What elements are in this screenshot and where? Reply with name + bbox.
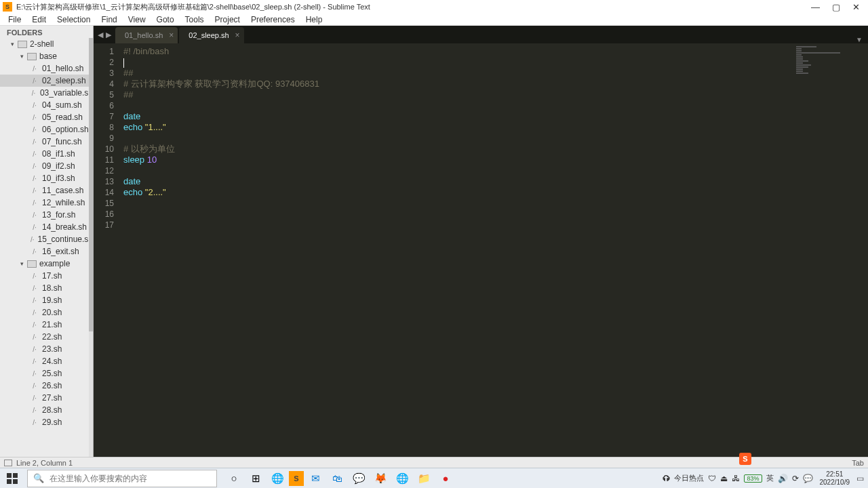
file-29.sh[interactable]: 29.sh [0, 416, 93, 428]
app-store-icon[interactable]: 🛍 [327, 469, 347, 488]
file-13_for.sh[interactable]: 13_for.sh [0, 209, 93, 221]
disclosure-arrow-icon[interactable]: ▾ [20, 260, 27, 267]
sidebar-scrollbar[interactable] [89, 38, 93, 457]
minimap[interactable] [793, 43, 868, 457]
menu-view[interactable]: View [123, 14, 151, 25]
menu-edit[interactable]: Edit [26, 14, 52, 25]
tray-message-icon[interactable]: 💬 [803, 474, 813, 483]
file-icon [30, 174, 39, 183]
file-27.sh[interactable]: 27.sh [0, 392, 93, 404]
tray-ime-lang[interactable]: 英 [766, 473, 774, 483]
search-input[interactable] [50, 474, 216, 483]
tree-item-label: 03_variable.sh [40, 88, 93, 98]
file-07_func.sh[interactable]: 07_func.sh [0, 136, 93, 148]
tray-hot-label[interactable]: 今日热点 [674, 473, 704, 483]
tab-nav-arrows[interactable]: ◀▶ [94, 26, 115, 43]
code-area[interactable]: #! /bin/bash### 云计算架构专家 获取学习资料加QQ: 93740… [119, 43, 868, 457]
file-26.sh[interactable]: 26.sh [0, 380, 93, 392]
folder-base[interactable]: ▾base [0, 50, 93, 62]
tray-notifications-icon[interactable]: ▭ [856, 474, 864, 483]
file-icon [30, 271, 39, 281]
tab-close-icon[interactable]: × [235, 30, 240, 40]
menu-file[interactable]: File [3, 14, 26, 25]
tray-volume-icon[interactable]: 🔊 [778, 474, 788, 483]
folder-example[interactable]: ▾example [0, 258, 93, 270]
app-explorer-icon[interactable]: 📁 [414, 469, 434, 488]
file-14_break.sh[interactable]: 14_break.sh [0, 221, 93, 233]
file-17.sh[interactable]: 17.sh [0, 270, 93, 282]
tab-close-icon[interactable]: × [169, 30, 174, 40]
tab-01_hello.sh[interactable]: 01_hello.sh× [115, 27, 178, 43]
console-icon[interactable] [4, 460, 12, 466]
app-firefox-icon[interactable]: 🦊 [370, 469, 391, 488]
menu-preferences[interactable]: Preferences [245, 14, 300, 25]
tray-eject-icon[interactable]: ⏏ [720, 474, 728, 483]
file-25.sh[interactable]: 25.sh [0, 367, 93, 380]
editor[interactable]: 1234567891011121314151617 #! /bin/bash##… [94, 43, 868, 457]
menu-tools[interactable]: Tools [180, 14, 210, 25]
svg-rect-0 [7, 473, 12, 478]
tree-item-label: 01_hello.sh [42, 64, 83, 73]
taskbar-search[interactable]: 🔍 [27, 470, 217, 487]
tab-menu-arrow[interactable]: ▼ [850, 36, 868, 43]
status-tab-size[interactable]: Tab [852, 459, 864, 467]
file-18.sh[interactable]: 18.sh [0, 282, 93, 294]
file-03_variable.sh[interactable]: 03_variable.sh [0, 87, 93, 99]
file-22.sh[interactable]: 22.sh [0, 331, 93, 343]
file-19.sh[interactable]: 19.sh [0, 294, 93, 306]
menu-project[interactable]: Project [210, 14, 245, 25]
tray-battery[interactable]: 83% [744, 474, 762, 483]
file-01_hello.sh[interactable]: 01_hello.sh [0, 62, 93, 75]
file-15_continue.sh[interactable]: 15_continue.sh [0, 233, 93, 245]
file-20.sh[interactable]: 20.sh [0, 306, 93, 319]
app-sublime-icon[interactable]: S [289, 471, 304, 486]
tree-item-label: 08_if1.sh [42, 149, 75, 159]
menu-selection[interactable]: Selection [52, 14, 96, 25]
tray-network-icon[interactable]: 🖧 [732, 474, 740, 483]
app-chat-icon[interactable]: 💬 [349, 469, 369, 488]
app-edge-icon[interactable]: 🌐 [267, 469, 288, 488]
tree-item-label: example [39, 259, 70, 268]
file-11_case.sh[interactable]: 11_case.sh [0, 184, 93, 197]
tray-defender-icon[interactable]: 🛡 [708, 474, 716, 483]
menu-find[interactable]: Find [96, 14, 122, 25]
tree-item-label: 14_break.sh [42, 222, 87, 232]
tree-item-label: 17.sh [42, 271, 62, 281]
file-icon [30, 308, 39, 317]
menu-help[interactable]: Help [300, 14, 328, 25]
menu-goto[interactable]: Goto [151, 14, 180, 25]
file-04_sum.sh[interactable]: 04_sum.sh [0, 99, 93, 111]
file-09_if2.sh[interactable]: 09_if2.sh [0, 160, 93, 172]
file-icon [30, 149, 39, 159]
cortana-icon[interactable]: ○ [224, 469, 244, 488]
ime-badge[interactable]: S [739, 453, 751, 465]
file-06_option.sh[interactable]: 06_option.sh [0, 123, 93, 136]
file-02_sleep.sh[interactable]: 02_sleep.sh [0, 75, 93, 87]
app-recorder-icon[interactable]: ● [435, 469, 456, 488]
tray-clock[interactable]: 22:51 2022/10/9 [817, 470, 853, 487]
file-10_if3.sh[interactable]: 10_if3.sh [0, 172, 93, 184]
file-05_read.sh[interactable]: 05_read.sh [0, 111, 93, 123]
tray-overflow-icon[interactable]: ⮉ [662, 474, 670, 483]
folder-2-shell[interactable]: ▾2-shell [0, 38, 93, 50]
tray-sync-icon[interactable]: ⟳ [792, 474, 799, 483]
file-16_exit.sh[interactable]: 16_exit.sh [0, 245, 93, 258]
file-12_while.sh[interactable]: 12_while.sh [0, 197, 93, 209]
file-08_if1.sh[interactable]: 08_if1.sh [0, 148, 93, 160]
maximize-button[interactable]: ▢ [832, 2, 840, 12]
file-23.sh[interactable]: 23.sh [0, 343, 93, 355]
app-mail-icon[interactable]: ✉ [305, 469, 326, 488]
tab-02_sleep.sh[interactable]: 02_sleep.sh× [179, 27, 243, 43]
file-21.sh[interactable]: 21.sh [0, 319, 93, 331]
disclosure-arrow-icon[interactable]: ▾ [20, 53, 27, 60]
minimize-button[interactable]: — [811, 2, 820, 12]
app-chrome-icon[interactable]: 🌐 [392, 469, 412, 488]
close-button[interactable]: ✕ [852, 2, 860, 12]
file-icon [30, 381, 39, 390]
disclosure-arrow-icon[interactable]: ▾ [11, 41, 18, 47]
file-28.sh[interactable]: 28.sh [0, 404, 93, 416]
file-24.sh[interactable]: 24.sh [0, 355, 93, 367]
tree-item-label: 26.sh [42, 381, 62, 390]
start-button[interactable] [0, 468, 24, 489]
task-view-icon[interactable]: ⊞ [245, 469, 266, 488]
